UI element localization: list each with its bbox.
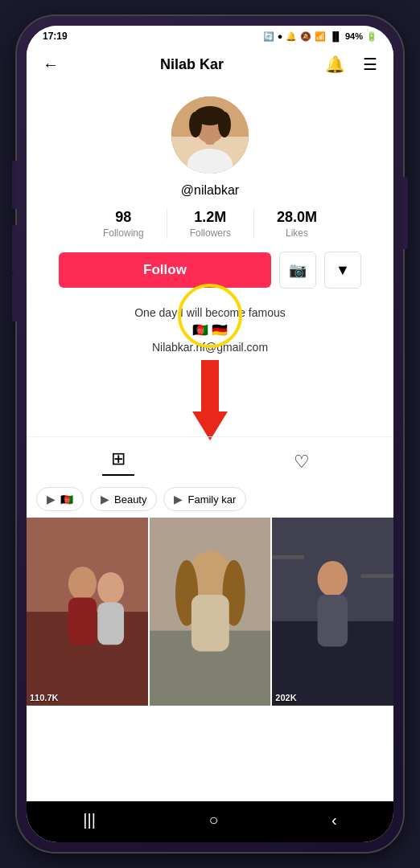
signal-icon: ▐▌: [329, 31, 342, 41]
playlist-label-2: Beauty: [114, 493, 146, 506]
svg-rect-13: [97, 602, 124, 645]
avatar: [171, 96, 249, 174]
svg-point-12: [97, 572, 124, 604]
likes-label: Likes: [286, 227, 308, 239]
svg-rect-11: [68, 598, 97, 645]
following-stat[interactable]: 98 Following: [80, 209, 167, 239]
svg-point-10: [68, 567, 97, 600]
play-icon-3: ▶: [174, 493, 183, 506]
status-bar: 17:19 🔄 ● 🔔 🔕 📶 ▐▌ 94% 🔋: [27, 26, 393, 45]
svg-rect-23: [318, 595, 348, 646]
play-icon-1: ▶: [47, 493, 56, 506]
tab-liked[interactable]: ♡: [210, 444, 393, 477]
bottom-menu-icon[interactable]: |||: [67, 808, 112, 833]
instagram-icon: 📷: [289, 261, 307, 279]
mute-icon: 🔕: [300, 31, 311, 42]
dot-icon: ●: [278, 31, 283, 41]
svg-point-7: [218, 112, 231, 137]
sync-icon: 🔄: [263, 31, 274, 42]
profile-content: @nilabkar 98 Following 1.2M Followers 28…: [27, 84, 393, 801]
alarm-icon: 🔔: [286, 31, 297, 42]
grid-icon: ⊞: [111, 448, 126, 469]
video-count-3: 202K: [275, 693, 296, 702]
video-svg-3: [272, 518, 393, 706]
battery-icon: 🔋: [366, 31, 377, 42]
annotation-arrow: [27, 360, 393, 440]
nav-right-icons: 🔔 ☰: [322, 51, 381, 77]
following-count: 98: [115, 209, 131, 226]
heart-outline-icon: ♡: [294, 452, 310, 473]
follow-button[interactable]: Follow: [59, 252, 271, 288]
playlist-row: ▶ 🇦🇫 ▶ Beauty ▶ Family kar: [27, 481, 393, 518]
stats-row: 98 Following 1.2M Followers 28.0M Likes: [43, 209, 377, 239]
video-thumb-3[interactable]: 202K: [272, 518, 393, 706]
annotation-wrapper: One day I will become famous 🇦🇫 🇩🇪 Nilab…: [134, 306, 286, 354]
notification-bell-icon[interactable]: 🔔: [322, 51, 348, 77]
chevron-down-icon: ▼: [336, 262, 350, 279]
bio-flags: 🇦🇫 🇩🇪: [134, 322, 286, 338]
bottom-home-icon[interactable]: ○: [192, 808, 234, 833]
battery-label: 94%: [345, 31, 363, 41]
tab-grid[interactable]: ⊞: [27, 440, 210, 481]
tabs-row: ⊞ ♡: [27, 436, 393, 481]
hamburger-menu-icon[interactable]: ☰: [360, 51, 381, 77]
dropdown-button[interactable]: ▼: [324, 252, 361, 289]
likes-count: 28.0M: [277, 209, 317, 226]
instagram-button[interactable]: 📷: [279, 252, 316, 289]
svg-point-6: [189, 112, 202, 137]
action-row: Follow 📷 ▼: [43, 252, 377, 289]
phone-screen: 17:19 🔄 ● 🔔 🔕 📶 ▐▌ 94% 🔋 ← Nilab Kar 🔔 ☰: [27, 26, 393, 842]
svg-rect-24: [272, 555, 304, 559]
svg-rect-25: [361, 574, 393, 578]
video-svg-2: [150, 518, 271, 706]
wifi-icon: 📶: [315, 31, 326, 42]
bio-text: One day I will become famous: [134, 306, 286, 319]
following-label: Following: [103, 227, 144, 239]
video-count-1: 110.7K: [30, 693, 58, 702]
likes-stat[interactable]: 28.0M Likes: [254, 209, 340, 239]
profile-name: Nilab Kar: [160, 56, 224, 73]
svg-rect-19: [191, 595, 229, 651]
playlist-flag-1: 🇦🇫: [60, 493, 73, 506]
playlist-chip-3[interactable]: ▶ Family kar: [163, 487, 246, 511]
avatar-image: [171, 96, 249, 174]
followers-stat[interactable]: 1.2M Followers: [167, 209, 254, 239]
svg-point-22: [318, 561, 348, 597]
profile-top: @nilabkar 98 Following 1.2M Followers 28…: [27, 84, 393, 306]
bottom-nav-bar: ||| ○ ‹: [27, 801, 393, 842]
status-icons: 🔄 ● 🔔 🔕 📶 ▐▌ 94% 🔋: [263, 31, 377, 42]
playlist-label-3: Family kar: [187, 493, 236, 506]
followers-count: 1.2M: [194, 209, 226, 226]
followers-label: Followers: [190, 227, 231, 239]
avatar-svg: [171, 96, 249, 174]
bio-section: One day I will become famous 🇦🇫 🇩🇪 Nilab…: [27, 306, 393, 364]
video-svg-1: [27, 518, 148, 706]
video-thumb-1[interactable]: 110.7K: [27, 518, 148, 706]
arrow-shaft: [201, 360, 219, 412]
bio-email: Nilabkar.hf@gmail.com: [134, 341, 286, 354]
playlist-chip-1[interactable]: ▶ 🇦🇫: [36, 487, 84, 511]
playlist-chip-2[interactable]: ▶ Beauty: [90, 487, 157, 511]
top-nav: ← Nilab Kar 🔔 ☰: [27, 45, 393, 84]
video-thumb-2[interactable]: [150, 518, 271, 706]
bottom-back-icon[interactable]: ‹: [315, 808, 353, 833]
back-button[interactable]: ←: [39, 52, 62, 77]
video-grid: 110.7K: [27, 518, 393, 706]
play-icon-2: ▶: [101, 493, 109, 506]
phone-frame: 17:19 🔄 ● 🔔 🔕 📶 ▐▌ 94% 🔋 ← Nilab Kar 🔔 ☰: [17, 16, 403, 852]
status-time: 17:19: [43, 31, 68, 42]
username: @nilabkar: [181, 183, 239, 198]
